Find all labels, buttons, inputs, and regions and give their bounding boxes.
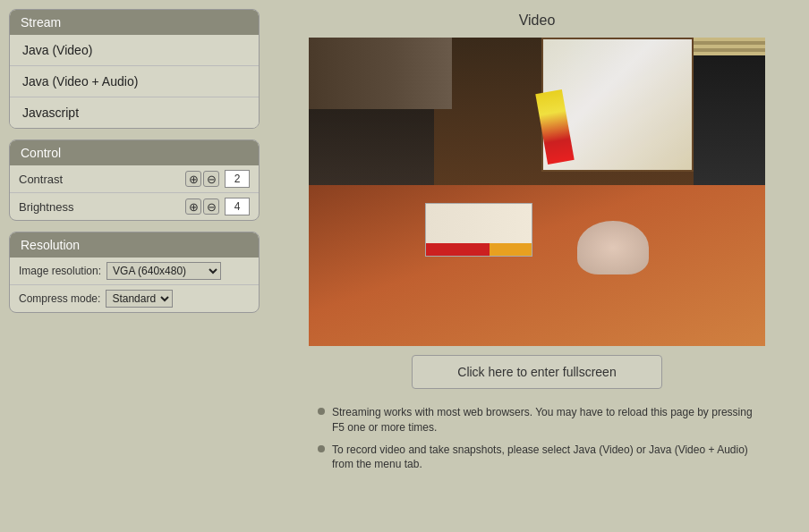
video-scene — [309, 38, 765, 346]
scene-obj-right — [694, 55, 765, 198]
contrast-label: Contrast — [19, 173, 180, 186]
bullet-icon-2 — [318, 445, 325, 452]
brightness-increment-button[interactable]: ⊕ — [185, 198, 201, 215]
compress-mode-label: Compress mode: — [19, 292, 100, 305]
info-text-2: To record video and take snapshots, plea… — [332, 443, 756, 473]
javascript-link[interactable]: Javascript — [10, 97, 259, 128]
control-panel: Control Contrast ⊕ ⊖ Brightness ⊕ ⊖ — [9, 139, 260, 221]
video-title: Video — [519, 13, 556, 29]
info-item-1: Streaming works with most web browsers. … — [318, 405, 756, 435]
java-video-audio-link[interactable]: Java (Video + Audio) — [10, 66, 259, 97]
info-text-1: Streaming works with most web browsers. … — [332, 405, 756, 435]
image-resolution-select[interactable]: VGA (640x480) QVGA (320x240) QQVGA (160x… — [106, 262, 221, 280]
compress-mode-select[interactable]: Standard High Low — [106, 290, 173, 308]
brightness-buttons: ⊕ ⊖ — [185, 198, 219, 215]
scene-monitor — [309, 38, 452, 109]
scene-box — [425, 203, 532, 257]
image-resolution-row: Image resolution: VGA (640x480) QVGA (32… — [10, 258, 259, 285]
scene-fluffy — [577, 221, 649, 274]
contrast-row: Contrast ⊕ ⊖ — [10, 165, 259, 193]
brightness-value-input[interactable] — [225, 198, 250, 215]
stream-panel: Stream Java (Video) Java (Video + Audio)… — [9, 9, 260, 129]
image-resolution-label: Image resolution: — [19, 265, 101, 277]
video-frame — [309, 38, 765, 346]
brightness-row: Brightness ⊕ ⊖ — [10, 193, 259, 220]
scene-box-stripe — [426, 243, 532, 256]
resolution-panel: Resolution Image resolution: VGA (640x48… — [9, 232, 260, 313]
brightness-label: Brightness — [19, 200, 180, 214]
bullet-icon-1 — [318, 408, 325, 415]
video-placeholder — [309, 38, 765, 346]
stream-panel-header: Stream — [10, 10, 259, 35]
contrast-decrement-button[interactable]: ⊖ — [203, 171, 219, 187]
main-content: Video Click here t — [274, 9, 800, 486]
contrast-buttons: ⊕ ⊖ — [185, 171, 219, 187]
compress-mode-row: Compress mode: Standard High Low — [10, 285, 259, 312]
info-item-2: To record video and take snapshots, plea… — [318, 443, 756, 473]
java-video-link[interactable]: Java (Video) — [10, 35, 259, 66]
brightness-decrement-button[interactable]: ⊖ — [203, 198, 219, 215]
contrast-increment-button[interactable]: ⊕ — [185, 171, 201, 187]
contrast-value-input[interactable] — [225, 170, 250, 188]
resolution-panel-header: Resolution — [10, 232, 259, 258]
control-panel-header: Control — [10, 140, 259, 165]
info-section: Streaming works with most web browsers. … — [309, 398, 765, 486]
fullscreen-button[interactable]: Click here to enter fullscreen — [412, 355, 662, 389]
scene-desk — [309, 185, 765, 346]
sidebar: Stream Java (Video) Java (Video + Audio)… — [9, 9, 260, 486]
